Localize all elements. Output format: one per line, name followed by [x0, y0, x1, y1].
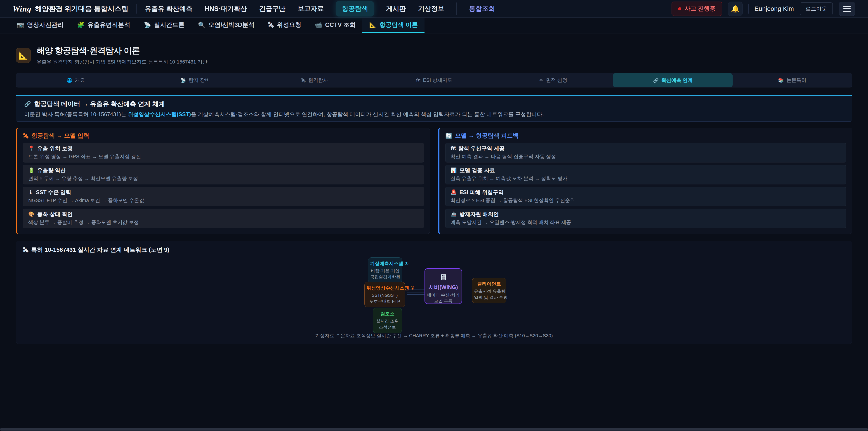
tab-area-calculation[interactable]: ✏ 면적 산정 — [494, 73, 613, 87]
node-wing-server[interactable]: 🖥 서버(WING) 데이터 수신·처리 모델 구동 — [425, 268, 462, 304]
intro-desc-pre: 이문진 박사 특허(등록특허 10-1567431)는 — [24, 111, 128, 117]
bell-icon: 🔔 — [731, 5, 739, 13]
nav-hns-atmospheric[interactable]: HNS·대기확산 — [205, 4, 247, 13]
tab-papers-patents[interactable]: 📚 논문특허 — [733, 73, 852, 87]
item-title: SST 수온 입력 — [36, 189, 71, 196]
scrollbar-thumb[interactable] — [0, 428, 868, 431]
nav-weather-info[interactable]: 기상정보 — [418, 4, 444, 13]
intro-desc-post: 을 기상예측시스템·검조소와 함께 인터넷으로 연결하여, 항공탐색 데이터가 … — [191, 111, 544, 117]
nav-aerial-search[interactable]: 항공탐색 — [336, 1, 374, 17]
satellite-icon: 🛰 — [301, 78, 306, 83]
nav-reports[interactable]: 보고자료 — [298, 4, 324, 13]
list-item-model-validation[interactable]: 📊모델 검증 자료 실측 유출유 위치 ↔ 예측값 오차 분석 → 정확도 평가 — [445, 165, 846, 184]
incident-status-badge[interactable]: 사고 진행중 — [672, 2, 722, 16]
card-item-list: 📍유출 위치 보정 드론·위성 영상 → GPS 좌표 → 모델 유출지점 갱신… — [23, 143, 424, 228]
item-title: 유출량 역산 — [37, 167, 66, 174]
linkage-intro-panel: 🔗 항공탐색 데이터 → 유출유 확산예측 연계 체계 이문진 박사 특허(등록… — [16, 95, 852, 122]
subnav-cctv[interactable]: 📹 CCTV 조회 — [308, 18, 362, 33]
satellite-icon: 🛰 — [268, 22, 274, 29]
magnifier-icon: 🔍 — [198, 22, 205, 29]
item-title: 모델 검증 자료 — [459, 167, 495, 174]
nav-oil-spill-forecast[interactable]: 유출유 확산예측 — [145, 4, 192, 13]
subnav-aerial-search-theory[interactable]: 📐 항공탐색 이론 — [362, 18, 425, 33]
node-tide-station[interactable]: 검조소 실시간 조위 조석정보 — [373, 308, 402, 333]
node-line: 입력 및 결과 수령 — [474, 294, 504, 300]
node-line: 조석정보 — [375, 324, 400, 330]
palette-icon: 🎨 — [28, 211, 34, 217]
link-icon: 🔗 — [653, 78, 659, 83]
list-item-sst-input[interactable]: 🌡SST 수온 입력 NGSST FTP 수신 → Akima 보간 → 풍화모… — [23, 187, 424, 206]
menu-icon — [843, 6, 851, 7]
video-camera-icon: 📹 — [315, 22, 322, 29]
list-item-spill-location[interactable]: 📍유출 위치 보정 드론·위성 영상 → GPS 좌표 → 모델 유출지점 갱신 — [23, 143, 424, 162]
link-icon: 🔗 — [24, 101, 31, 107]
network-caption: 기상자료·수온자료·조석정보 실시간 수신 → CHARRY 조류 + 취송류 … — [23, 333, 845, 339]
network-panel-title: 특허 10-1567431 실시간 자료 연계 네트워크 (도면 9) — [31, 246, 169, 254]
card-title-row: 🔄 모델 → 항공탐색 피드백 — [445, 132, 846, 140]
list-item-weathering-state[interactable]: 🎨풍화 상태 확인 색상 분류 → 증발비 추정 → 풍화모델 초기값 보정 — [23, 209, 424, 228]
subnav-label: 위성요청 — [277, 21, 301, 29]
menu-button[interactable] — [839, 2, 855, 16]
globe-icon: 🌐 — [67, 78, 72, 83]
tab-esi-map[interactable]: 🗺 ESI 방제지도 — [374, 73, 494, 87]
sst-system-link[interactable]: 위성영상수신시스템(SST) — [128, 111, 191, 117]
network-panel-title-row: 🛰 특허 10-1567431 실시간 자료 연계 네트워크 (도면 9) — [23, 246, 845, 254]
incident-dot-icon — [678, 7, 681, 10]
tab-remote-sensing[interactable]: 🛰 원격탐사 — [255, 73, 374, 87]
notifications-button[interactable]: 🔔 — [728, 2, 743, 16]
subnav-satellite-request[interactable]: 🛰 위성요청 — [261, 18, 308, 33]
page-title: 해양 항공탐색·원격탐사 이론 — [37, 45, 207, 56]
nav-board[interactable]: 게시판 — [386, 4, 406, 13]
nav-emergency-rescue[interactable]: 긴급구난 — [259, 4, 285, 13]
subnav-label: 항공탐색 이론 — [379, 21, 418, 29]
page-subtitle: 유출유 원격탐지·항공감시 기법·ESI 방제정보지도·등록특허 10-1567… — [37, 59, 207, 65]
tab-detection-equipment[interactable]: 📡 탐지 장비 — [135, 73, 255, 87]
puzzle-icon: 🧩 — [77, 22, 84, 29]
app-screen: Wing 해양환경 위기대응 통합시스템 유출유 확산예측 HNS·대기확산 긴… — [0, 0, 868, 431]
triangle-ruler-icon: 📐 — [16, 48, 31, 63]
item-title: 유출 위치 보정 — [37, 145, 72, 152]
node-line: 바람·기온·기압 — [370, 268, 400, 274]
node-client[interactable]: 클라이언트 유출지점·유출량 입력 및 결과 수령 — [472, 278, 506, 303]
camera-icon: 📷 — [17, 22, 24, 29]
list-item-spill-volume[interactable]: 🔋유출량 역산 면적 × 두께 → 유량 추정 → 확산모델 유출량 보정 — [23, 165, 424, 184]
node-weather-forecast-system[interactable]: 기상예측시스템 ① 바람·기온·기압 국립환경과학원 — [368, 257, 402, 283]
item-desc: 면적 × 두께 → 유량 추정 → 확산모델 유출량 보정 — [28, 175, 418, 182]
node-title: 위성영상수신시스템 ② — [366, 285, 403, 291]
theory-tab-strip: 🌐 개요 📡 탐지 장비 🛰 원격탐사 🗺 ESI 방제지도 ✏ 면적 산정 🔗 — [16, 73, 852, 88]
main-content: 📐 해양 항공탐색·원격탐사 이론 유출유 원격탐지·항공감시 기법·ESI 방… — [0, 33, 868, 344]
list-item-response-resources[interactable]: 🚢방제자원 배치안 예측 도달시간 → 오일펜스·방제정 최적 배치 좌표 제공 — [445, 209, 846, 228]
node-title: 클라이언트 — [474, 281, 504, 287]
list-item-priority-zone[interactable]: 🗺탐색 우선구역 제공 확산 예측 결과 → 다음 탐색 집중구역 자동 생성 — [445, 143, 846, 162]
subnav-pollution-3d-analysis[interactable]: 🔍 오염/선박3D분석 — [191, 18, 261, 33]
tab-overview[interactable]: 🌐 개요 — [16, 73, 135, 87]
node-satellite-receiving-system[interactable]: 위성영상수신시스템 ② SST(NGSST) 토호쿠대학 FTP — [364, 282, 405, 307]
network-diagram: 기상예측시스템 ① 바람·기온·기압 국립환경과학원 위성영상수신시스템 ② S… — [360, 256, 508, 329]
subnav-label: 실시간드론 — [154, 21, 184, 29]
antenna-icon: 📡 — [144, 22, 151, 29]
subnav-label: 오염/선박3D분석 — [209, 21, 254, 29]
linkage-cards-row: 🛰 항공탐색 → 모델 입력 📍유출 위치 보정 드론·위성 영상 → GPS … — [16, 128, 852, 234]
top-header: Wing 해양환경 위기대응 통합시스템 유출유 확산예측 HNS·대기확산 긴… — [0, 0, 868, 18]
tab-forecast-linkage[interactable]: 🔗 확산예측 연계 — [613, 73, 733, 87]
siren-icon: 🚨 — [451, 189, 457, 195]
logout-button[interactable]: 로그아웃 — [800, 2, 833, 15]
subnav-oil-area-analysis[interactable]: 🧩 유출유면적분석 — [70, 18, 137, 33]
header-right-cluster: 사고 진행중 🔔 Eunjeong Kim 로그아웃 — [672, 2, 855, 16]
node-title: 기상예측시스템 ① — [370, 260, 400, 267]
nav-integrated-search[interactable]: 통합조회 — [469, 4, 495, 13]
subnav-photo-management[interactable]: 📷 영상사진관리 — [10, 18, 70, 33]
intro-title-row: 🔗 항공탐색 데이터 → 유출유 확산예측 연계 체계 — [24, 100, 844, 108]
pencil-icon: ✏ — [539, 78, 544, 83]
map-icon: 🗺 — [416, 78, 420, 83]
card-search-to-model: 🛰 항공탐색 → 모델 입력 📍유출 위치 보정 드론·위성 영상 → GPS … — [16, 128, 430, 234]
list-item-esi-risk-zone[interactable]: 🚨ESI 피해 위험구역 확산경로 × ESI 중첩 → 항공탐색 ESI 현장… — [445, 187, 846, 206]
incident-label: 사고 진행중 — [684, 5, 715, 13]
subnav-realtime-drone[interactable]: 📡 실시간드론 — [137, 18, 191, 33]
connector-line — [407, 292, 425, 293]
header-divider — [748, 4, 749, 13]
horizontal-scrollbar[interactable] — [0, 428, 868, 431]
menu-icon — [843, 11, 851, 12]
app-logo[interactable]: Wing 해양환경 위기대응 통합시스템 — [13, 4, 128, 13]
drone-icon: 🛰 — [23, 133, 29, 139]
